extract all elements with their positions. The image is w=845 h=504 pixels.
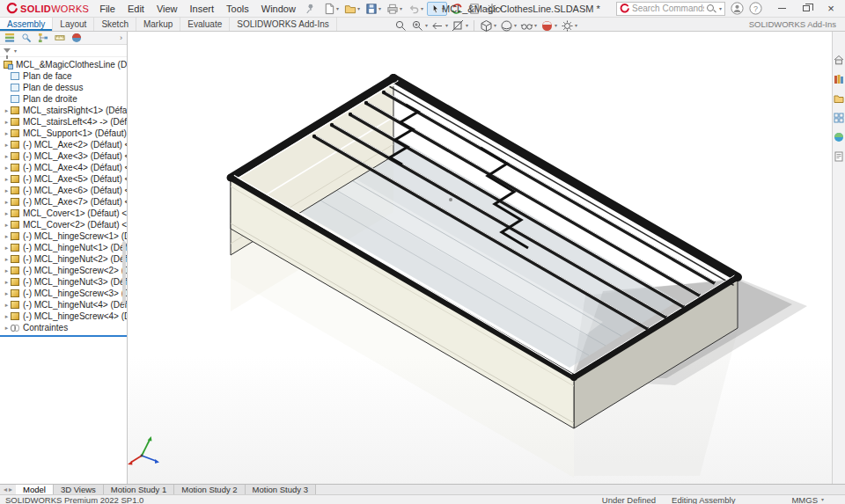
tree-item[interactable]: ▸(-) MCL_Axe<5> (Défaut) <<Défaut>... — [0, 173, 127, 185]
expand-arrow-icon[interactable]: ▸ — [3, 290, 11, 296]
tree-item[interactable]: ▸(-) MCL_Axe<3> (Défaut) <<Défaut>... — [0, 150, 127, 162]
tree-item[interactable]: ▸(-) MCL_hingeNut<4> (Défaut) <<Déf — [0, 299, 127, 310]
expand-arrow-icon[interactable]: ▸ — [3, 119, 11, 125]
close-button[interactable]: × — [819, 0, 843, 18]
tree-item[interactable]: ▸(-) MCL_hingeNut<3> (Défaut) <<Dé — [0, 276, 127, 288]
search-icon[interactable] — [707, 4, 716, 13]
tab-featuremanager[interactable] — [3, 33, 17, 44]
hide-show-items-button[interactable]: ▾ — [519, 19, 538, 33]
search-commands-box[interactable]: ▾ — [616, 2, 725, 16]
new-document-button[interactable]: ▾ — [321, 2, 341, 16]
panel-scrollbar[interactable] — [122, 241, 126, 304]
pin-icon[interactable] — [303, 2, 316, 15]
view-orientation-button[interactable]: ▾ — [479, 19, 497, 33]
tree-item[interactable]: ▸MCL_stairsRight<1> (Défaut) <<Défau... — [0, 105, 127, 116]
save-button[interactable]: ▾ — [364, 2, 383, 16]
expand-arrow-icon[interactable]: ▸ — [3, 245, 11, 251]
undo-button[interactable]: ▾ — [406, 2, 425, 16]
menu-edit[interactable]: Edit — [121, 2, 151, 16]
tree-item[interactable]: ▸(-) MCL_hingeScrew<4> (Défaut) << — [0, 310, 127, 322]
tab-displaymanager[interactable] — [70, 33, 84, 44]
tree-item[interactable]: MCL_&MagicClothesLine (Défaut) <Displa — [0, 59, 127, 70]
expand-arrow-icon[interactable]: ▸ — [3, 222, 11, 228]
minimize-button[interactable] — [769, 0, 794, 18]
tab-scroll-left-icon[interactable]: ◂ — [4, 486, 7, 493]
expand-arrow-icon[interactable]: ▸ — [3, 302, 11, 308]
view-palette-button[interactable] — [834, 113, 844, 125]
tree-item[interactable]: ▸(-) MCL_hingeNut<2> (Défaut) <<D... — [0, 253, 127, 265]
open-button[interactable]: ▾ — [342, 2, 362, 16]
search-dropdown-icon[interactable]: ▾ — [719, 6, 722, 11]
expand-arrow-icon[interactable]: ▸ — [3, 279, 11, 285]
doc-tab-model[interactable]: Model — [16, 485, 54, 494]
tab-configurationmanager[interactable] — [36, 33, 50, 44]
menu-insert[interactable]: Insert — [184, 2, 221, 16]
menu-window[interactable]: Window — [255, 2, 302, 16]
expand-arrow-icon[interactable]: ▸ — [3, 176, 11, 182]
graphics-viewport[interactable] — [128, 32, 832, 484]
expand-arrow-icon[interactable]: ▸ — [3, 187, 11, 194]
section-view-button[interactable]: ▾ — [451, 19, 469, 33]
filter-dropdown-icon[interactable]: ▾ — [14, 48, 17, 54]
appearances-scenes-button[interactable] — [834, 132, 844, 144]
tab-evaluate[interactable]: Evaluate — [180, 18, 230, 31]
expand-arrow-icon[interactable]: ▸ — [3, 256, 11, 262]
tree-item[interactable]: ▸MCL_stairsLeft<4> -> (Défaut) <<Déf... — [0, 116, 127, 128]
help-button[interactable]: ? — [749, 2, 762, 15]
print-button[interactable]: ▾ — [385, 2, 404, 16]
expand-arrow-icon[interactable]: ▸ — [3, 199, 11, 205]
expand-arrow-icon[interactable]: ▸ — [3, 233, 11, 239]
tree-item[interactable]: ▸(-) MCL_Axe<2> (Défaut) <<Défaut>... — [0, 139, 127, 150]
login-button[interactable] — [731, 2, 744, 15]
tree-item[interactable]: ▸(-) MCL_hingeNut<1> (Défaut) <<Dé... — [0, 242, 127, 253]
design-library-button[interactable] — [834, 74, 844, 86]
tree-item[interactable]: ▸(-) MCL_Axe<7> (Défaut) <<Défaut>... — [0, 196, 127, 208]
expand-arrow-icon[interactable]: ▸ — [3, 107, 11, 113]
filter-icon[interactable] — [4, 48, 11, 53]
tree-item[interactable]: ▸(-) MCL_Axe<6> (Défaut) <<Défaut>... — [0, 185, 127, 196]
tree-item[interactable]: ▸(-) MCL_hingeScrew<2> (Défaut) << — [0, 265, 127, 276]
zoom-to-area-button[interactable]: ▾ — [410, 19, 429, 33]
file-explorer-button[interactable] — [834, 93, 844, 106]
tree-item[interactable]: Plan de dessus — [0, 82, 127, 93]
tab-markup[interactable]: Markup — [136, 18, 180, 31]
previous-view-button[interactable]: ▾ — [430, 19, 449, 33]
expand-arrow-icon[interactable]: ▸ — [3, 210, 11, 216]
expand-arrow-icon[interactable]: ▸ — [3, 313, 11, 319]
tab-propertymanager[interactable] — [19, 33, 33, 44]
menu-view[interactable]: View — [151, 2, 184, 16]
tree-item[interactable]: Plan de droite — [0, 93, 127, 105]
units-selector[interactable]: MMGS▾ — [791, 495, 824, 504]
expand-arrow-icon[interactable]: ▸ — [3, 153, 11, 159]
tree-item[interactable]: ▸MCL_Support<1> (Défaut) <<Défaut>... — [0, 128, 127, 139]
tab-scroll-controls[interactable]: ◂▸ — [0, 485, 16, 494]
custom-properties-button[interactable] — [834, 151, 844, 164]
doc-tab-motion-study-2[interactable]: Motion Study 2 — [174, 485, 245, 494]
expand-arrow-icon[interactable]: ▸ — [3, 267, 11, 274]
view-settings-button[interactable]: ▾ — [560, 19, 578, 33]
tab-scroll-right-icon[interactable]: ▸ — [9, 486, 12, 493]
search-input[interactable] — [632, 4, 704, 13]
display-style-button[interactable]: ▾ — [499, 19, 518, 33]
tree-item[interactable]: ▸(-) MCL_hingeScrew<1> (Défaut) << — [0, 230, 127, 242]
tree-item[interactable]: ▸Contraintes — [0, 322, 127, 333]
menu-file[interactable]: File — [93, 2, 121, 16]
tab-sketch[interactable]: Sketch — [94, 18, 136, 31]
restore-button[interactable] — [794, 0, 819, 18]
edit-appearances-button[interactable]: ▾ — [540, 19, 558, 33]
expand-arrow-icon[interactable]: ▸ — [3, 325, 11, 331]
tab-assembly[interactable]: Assembly — [0, 18, 53, 31]
expand-arrow-icon[interactable]: ▸ — [3, 130, 11, 136]
tab-layout[interactable]: Layout — [53, 18, 94, 31]
tab-solidworks-add-ins[interactable]: SOLIDWORKS Add-Ins — [230, 18, 336, 31]
tree-item[interactable]: ▸(-) MCL_hingeScrew<3> (Défaut) << — [0, 288, 127, 299]
tab-dimxpertmanager[interactable] — [53, 33, 67, 44]
tree-item[interactable]: Plan de face — [0, 70, 127, 82]
solidworks-resources-button[interactable] — [834, 55, 844, 67]
doc-tab-3d-views[interactable]: 3D Views — [54, 485, 104, 494]
tree-item[interactable]: ▸(-) MCL_Axe<4> (Défaut) <<Défaut>... — [0, 162, 127, 173]
panel-expand-icon[interactable]: › — [120, 34, 124, 42]
expand-arrow-icon[interactable]: ▸ — [3, 164, 11, 171]
tree-item[interactable]: ▸MCL_Cover<2> (Défaut) <<Défaut>_ — [0, 219, 127, 230]
expand-arrow-icon[interactable]: ▸ — [3, 142, 11, 148]
